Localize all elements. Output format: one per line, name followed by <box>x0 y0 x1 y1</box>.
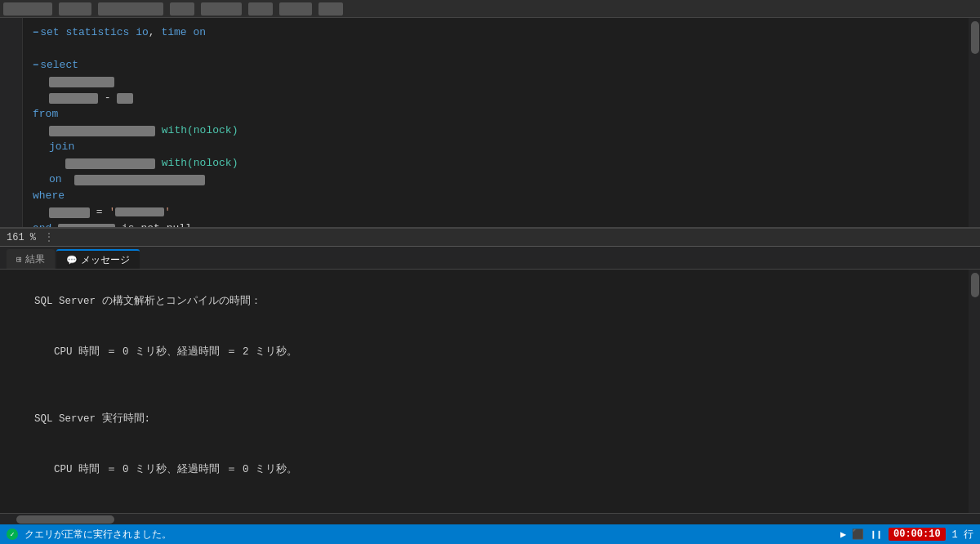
editor-line-on: on <box>49 172 973 188</box>
row-count: 1 行 <box>952 528 973 542</box>
results-scrollbar-thumb[interactable] <box>971 273 979 297</box>
kw-where: where <box>33 188 65 204</box>
space2 <box>155 155 162 172</box>
zoom-bar: 161 % ⋮ <box>0 229 980 247</box>
toolbar-icon-group5 <box>201 2 242 16</box>
toolbar-icon-group3 <box>98 2 163 16</box>
msg-exec-cpu1-text: CPU 時間 ＝ 0 ミリ秒、経過時間 ＝ 0 ミリ秒。 <box>54 464 297 475</box>
editor-scrollbar-thumb[interactable] <box>971 21 979 54</box>
msg-exec-time1-text: SQL Server 実行時間: <box>34 413 150 425</box>
editor-line-select: − select <box>33 57 973 74</box>
msg-parse-cpu: CPU 時間 ＝ 0 ミリ秒、経過時間 ＝ 2 ミリ秒。 <box>10 327 970 377</box>
bottom-scrollbar[interactable] <box>0 513 980 524</box>
editor-gutter <box>0 18 23 227</box>
separator: - <box>98 90 117 106</box>
toolbar-icon-group1 <box>3 2 52 16</box>
status-bar: ✓ クエリが正常に実行されました。 ▶ ⬛ ❙❙ 00:00:10 1 行 <box>0 524 980 544</box>
kw-time: time on <box>161 25 206 41</box>
sql-editor[interactable]: − set statistics io , time on − select -… <box>0 18 980 229</box>
toolbar-icon-group7 <box>279 2 312 16</box>
kw-set: set statistics io <box>40 25 149 41</box>
editor-line-fields <box>49 74 973 90</box>
blurred-table2 <box>65 158 155 169</box>
status-controls: ▶ ⬛ ❙❙ <box>840 528 882 541</box>
editor-line-table1: with(nolock) <box>49 123 973 139</box>
editor-line-fields2: - <box>49 90 973 106</box>
kw-on: on <box>49 172 62 188</box>
blurred-field2 <box>49 93 98 104</box>
zoom-percentage: 161 % <box>7 232 36 243</box>
bottom-scrollbar-thumb[interactable] <box>16 515 114 524</box>
editor-line-blank1 <box>33 41 973 57</box>
toolbar-icon-group2 <box>59 2 91 16</box>
collapse-icon-2[interactable]: − <box>33 58 38 73</box>
editor-line-and: and is not null <box>33 221 973 229</box>
status-ok-icon: ✓ <box>7 528 18 540</box>
editor-line-where-cond: = '' <box>49 204 973 221</box>
space3 <box>62 172 75 188</box>
blurred-field1 <box>49 77 114 87</box>
messages-panel: SQL Server の構文解析とコンパイルの時間： CPU 時間 ＝ 0 ミリ… <box>0 270 980 523</box>
msg-exec-time1: SQL Server 実行時間: <box>10 394 970 444</box>
blurred-and-col <box>58 224 115 230</box>
splitter-handle[interactable]: ⋮ <box>42 231 56 244</box>
toolbar-icon-group6 <box>248 2 273 16</box>
message-icon: 💬 <box>66 255 78 265</box>
space <box>155 123 162 139</box>
msg-parse-cpu-text: CPU 時間 ＝ 0 ミリ秒、経過時間 ＝ 2 ミリ秒。 <box>54 346 297 358</box>
eq: = <box>90 204 109 221</box>
kw-nolock2: with(nolock) <box>162 155 238 172</box>
msg-parse-compile-text: SQL Server の構文解析とコンパイルの時間： <box>34 296 261 307</box>
editor-line-join: join <box>49 139 973 155</box>
tab-results-label: 結果 <box>25 252 45 266</box>
msg-blank1 <box>10 377 970 395</box>
blurred-where-col <box>49 207 90 218</box>
toolbar-icon-group8 <box>318 2 343 16</box>
editor-content[interactable]: − set statistics io , time on − select -… <box>26 21 980 229</box>
blurred-on-expr <box>74 175 205 185</box>
tab-results[interactable]: ⊞ 結果 <box>7 249 55 269</box>
kw-and: and <box>33 221 58 229</box>
results-tabs-bar: ⊞ 結果 💬 メッセージ <box>0 247 980 270</box>
editor-scrollbar[interactable] <box>969 18 980 227</box>
toolbar-icon-group4 <box>170 2 194 16</box>
kw-join: join <box>49 139 74 155</box>
kw-nolock1: with(nolock) <box>162 123 238 139</box>
kw-from: from <box>33 106 58 123</box>
results-scrollbar[interactable] <box>969 270 980 523</box>
blurred-table1 <box>49 126 155 136</box>
editor-line-where: where <box>33 188 973 204</box>
status-text: クエリが正常に実行されました。 <box>24 528 172 542</box>
tab-messages[interactable]: 💬 メッセージ <box>56 249 140 269</box>
blurred-where-val: '' <box>109 204 171 221</box>
blurred-field3 <box>117 93 133 104</box>
status-right-group: ▶ ⬛ ❙❙ 00:00:10 1 行 <box>840 528 973 542</box>
comma: , <box>149 25 162 41</box>
collapse-icon-1[interactable]: − <box>33 25 38 40</box>
editor-line-table2: with(nolock) <box>65 155 973 172</box>
editor-line-from: from <box>33 106 973 123</box>
grid-icon: ⊞ <box>16 254 22 265</box>
editor-line-1: − set statistics io , time on <box>33 25 973 41</box>
kw-select: select <box>40 57 78 74</box>
top-toolbar <box>0 0 980 18</box>
msg-parse-compile: SQL Server の構文解析とコンパイルの時間： <box>10 276 970 327</box>
execution-time-badge: 00:00:10 <box>889 528 946 541</box>
msg-exec-cpu1: CPU 時間 ＝ 0 ミリ秒、経過時間 ＝ 0 ミリ秒。 <box>10 444 970 495</box>
is-not-null: is not null <box>115 221 192 229</box>
blurred-string-val <box>115 207 164 216</box>
msg-blank2 <box>10 495 970 512</box>
tab-messages-label: メッセージ <box>81 253 130 267</box>
